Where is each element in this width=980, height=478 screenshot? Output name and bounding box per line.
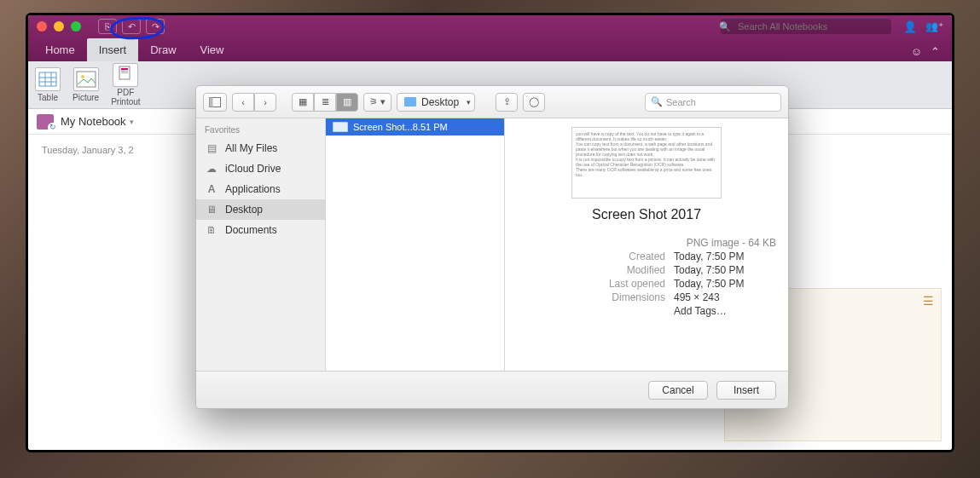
sidebar-item-desktop[interactable]: 🖥 Desktop [196, 199, 325, 220]
ribbon-pdf-printout[interactable]: PDF Printout [111, 63, 140, 107]
cancel-button[interactable]: Cancel [648, 381, 708, 400]
ribbon-label: PDF Printout [111, 89, 140, 107]
info-value: Today, 7:50 PM [674, 278, 776, 290]
info-label: Created [580, 251, 665, 262]
info-label: Last opened [580, 278, 665, 290]
share-button[interactable]: ⇪ [496, 93, 518, 112]
info-value: Today, 7:50 PM [674, 251, 776, 262]
sidebar-item-label: Desktop [225, 204, 263, 216]
folder-icon [404, 97, 416, 107]
qat-button[interactable]: ⎘ [98, 19, 117, 34]
view-icons-button[interactable]: ▦ [292, 93, 314, 112]
file-list: Screen Shot...8.51 PM [326, 118, 505, 371]
notebook-search-input[interactable] [721, 19, 891, 34]
desktop-icon: 🖥 [205, 204, 218, 216]
ribbon-picture[interactable]: Picture [72, 67, 99, 102]
tab-draw[interactable]: Draw [138, 38, 188, 61]
ribbon-label: Picture [72, 93, 99, 102]
group-by-button[interactable]: ⚞ ▾ [363, 93, 391, 112]
toggle-sidebar-button[interactable] [203, 93, 227, 112]
dialog-sidebar: Favorites ▤ All My Files ☁︎ iCloud Drive… [196, 118, 326, 371]
titlebar: ⎘ ↶ ↷ 🔍 👤 👥⁺ [28, 15, 952, 37]
pdf-icon [113, 63, 138, 87]
sidebar-item-documents[interactable]: 🗎 Documents [196, 220, 325, 240]
quick-access-toolbar: ⎘ ↶ ↷ [98, 19, 165, 34]
minimize-window-button[interactable] [54, 21, 64, 32]
file-row[interactable]: Screen Shot...8.51 PM [326, 118, 504, 135]
table-icon [35, 67, 61, 91]
dialog-toolbar: ‹ › ▦ ≣ ▥ ⚞ ▾ Desktop ⇪ ◯ [196, 86, 788, 118]
feedback-smile-icon[interactable]: ☺ [911, 45, 922, 58]
ribbon-table[interactable]: Table [35, 67, 61, 102]
sidebar-item-label: Applications [225, 183, 281, 195]
sidebar-item-label: Documents [225, 224, 277, 236]
page-list-icon[interactable]: ☰ [923, 294, 934, 308]
sidebar-header: Favorites [196, 118, 325, 138]
zoom-window-button[interactable] [71, 21, 81, 32]
nav-forward-button[interactable]: › [254, 93, 276, 112]
preview-thumbnail: you will have a copy of the text. You do… [571, 127, 722, 199]
qat-redo-button[interactable]: ↷ [146, 19, 165, 34]
sidebar-item-label: All My Files [225, 142, 277, 154]
preview-kind: PNG image - 64 KB [687, 237, 776, 249]
dialog-footer: Cancel Insert [196, 371, 788, 408]
sidebar-item-applications[interactable]: A Applications [196, 179, 325, 199]
info-value: Today, 7:50 PM [674, 264, 776, 276]
ribbon-label: Table [38, 93, 58, 102]
preview-title: Screen Shot 2017 [592, 207, 701, 222]
chevron-down-icon: ▾ [130, 118, 134, 126]
cloud-icon: ☁︎ [205, 163, 218, 175]
svg-point-6 [81, 75, 84, 78]
sidebar-item-icloud[interactable]: ☁︎ iCloud Drive [196, 158, 325, 179]
insert-button[interactable]: Insert [716, 381, 776, 400]
svg-rect-5 [77, 72, 96, 87]
tab-view[interactable]: View [188, 38, 236, 61]
notebook-icon [37, 114, 54, 130]
view-list-button[interactable]: ≣ [314, 93, 336, 112]
info-label [580, 305, 665, 317]
search-icon: 🔍 [719, 21, 731, 32]
close-window-button[interactable] [37, 21, 47, 32]
apps-icon: A [205, 183, 218, 195]
file-thumb-icon [333, 122, 348, 132]
picture-icon [73, 67, 99, 91]
file-open-dialog: ‹ › ▦ ≣ ▥ ⚞ ▾ Desktop ⇪ ◯ [195, 85, 789, 409]
preview-info: PNG image - 64 KB CreatedToday, 7:50 PM … [517, 236, 776, 318]
notebook-name: My Notebook [61, 115, 126, 128]
file-name: Screen Shot...8.51 PM [353, 122, 448, 132]
add-people-icon[interactable]: 👥⁺ [925, 20, 943, 33]
account-icon[interactable]: 👤 [903, 20, 917, 33]
add-tags-link[interactable]: Add Tags… [674, 305, 776, 317]
svg-rect-12 [210, 97, 213, 107]
svg-rect-0 [39, 72, 56, 86]
documents-icon: 🗎 [205, 224, 218, 236]
info-label: Modified [580, 264, 665, 276]
sidebar-item-all-my-files[interactable]: ▤ All My Files [196, 138, 325, 158]
window-controls [37, 21, 81, 32]
sidebar-item-label: iCloud Drive [225, 163, 281, 175]
tags-button[interactable]: ◯ [523, 93, 545, 112]
location-name: Desktop [421, 96, 459, 108]
info-label: Dimensions [580, 291, 665, 303]
tab-home[interactable]: Home [33, 38, 87, 61]
tab-insert[interactable]: Insert [87, 38, 139, 61]
search-icon: 🔍 [651, 96, 663, 107]
info-value: 495 × 243 [674, 291, 776, 303]
view-columns-button[interactable]: ▥ [336, 93, 358, 112]
collapse-ribbon-icon[interactable]: ⌃ [931, 45, 940, 58]
location-popup[interactable]: Desktop [397, 93, 475, 112]
page-date: Tuesday, January 3, 2 [42, 145, 134, 155]
dialog-search-input[interactable]: 🔍 Search [645, 93, 781, 112]
svg-rect-8 [121, 68, 128, 70]
qat-undo-button[interactable]: ↶ [122, 19, 141, 34]
ribbon-tabs: Home Insert Draw View ☺ ⌃ [28, 37, 952, 61]
search-placeholder: Search [666, 97, 696, 107]
svg-rect-10 [121, 72, 128, 73]
all-files-icon: ▤ [205, 142, 218, 154]
preview-pane: you will have a copy of the text. You do… [505, 118, 788, 371]
nav-back-button[interactable]: ‹ [232, 93, 254, 112]
svg-rect-9 [121, 71, 128, 72]
